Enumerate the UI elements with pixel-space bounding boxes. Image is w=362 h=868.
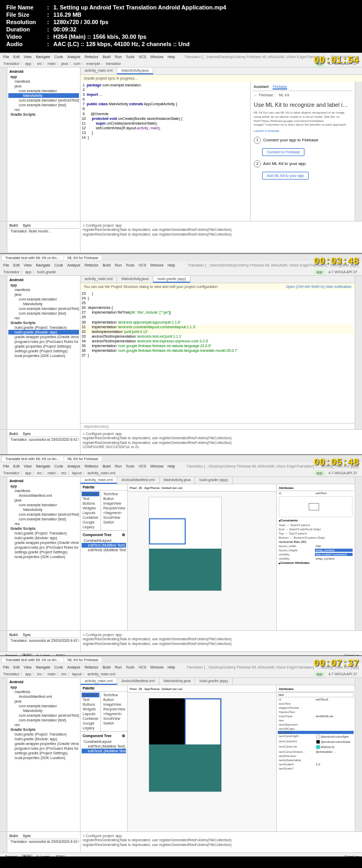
tab-mainactivity[interactable]: MainActivity.java bbox=[117, 68, 153, 74]
gradle-editor[interactable]: 23 ) 24 } 25 26 dependencies { 27 implem… bbox=[81, 290, 355, 423]
dropdown-selected[interactable]: wrap_content bbox=[315, 549, 353, 552]
firebase-desc: ML KitYou can use ML Kit to label object… bbox=[253, 110, 353, 128]
right-tool-rail[interactable] bbox=[355, 82, 362, 221]
menu-analyze[interactable]: Analyze bbox=[67, 55, 81, 59]
open-project-structure[interactable]: Open (Ctrl+Alt+Shift+S) bbox=[286, 285, 325, 288]
menu-vcs[interactable]: VCS bbox=[139, 55, 146, 59]
browser-tabs: Translate text with ML Kit on An… ML Kit… bbox=[0, 254, 362, 261]
build-status[interactable]: Translator: Build model… bbox=[8, 229, 79, 233]
menubar: File Edit View Navigate Code Analyze Ref… bbox=[0, 53, 362, 60]
tree-test2[interactable]: com.example.translator (test) bbox=[8, 103, 79, 107]
tree-gradle[interactable]: Gradle Scripts bbox=[8, 112, 79, 117]
step-1: Connect your app to Firebase bbox=[263, 138, 318, 142]
timestamp: 00:03:48 bbox=[314, 256, 359, 266]
screenshot-1: 00:01:54 File Edit View Navigate Code An… bbox=[0, 52, 362, 253]
connect-firebase-button[interactable]: Connect to Firebase bbox=[262, 148, 304, 156]
menu-tools[interactable]: Tools bbox=[126, 55, 134, 59]
tree-app[interactable]: app bbox=[8, 74, 79, 79]
hide-notification[interactable]: Hide notification bbox=[325, 285, 352, 288]
component-tree: Component Tree⚙ ConstraintLayout editTex… bbox=[81, 530, 127, 553]
menu-edit[interactable]: Edit bbox=[13, 55, 19, 59]
browser-tab[interactable]: Translate text with ML Kit on An… bbox=[2, 255, 63, 260]
tree-build-gradle-app[interactable]: build.gradle (Module: app) bbox=[8, 330, 79, 335]
toolbar: Translator 〉 app 〉 src 〉 main 〉 java 〉 c… bbox=[0, 60, 362, 68]
firebase-crumb[interactable]: ← Firebase 〉 ML Kit bbox=[253, 91, 353, 99]
gear-icon[interactable]: ⚙ bbox=[122, 533, 125, 537]
tab-assistant[interactable]: Assistant bbox=[254, 85, 268, 90]
menubar: FileEditViewNavigateCodeAnalyzeRefactorB… bbox=[0, 261, 362, 269]
breadcrumb[interactable]: Translator 〉 app 〉 src 〉 main 〉 java 〉 c… bbox=[3, 61, 121, 66]
sync-notice: Gradle project sync in progress… bbox=[81, 75, 362, 82]
tab-build-gradle[interactable]: build.gradle (app) bbox=[153, 276, 190, 283]
ct-edittext2[interactable]: editText2 (Multiline Text) bbox=[82, 749, 126, 753]
project-view[interactable]: Android bbox=[9, 70, 24, 73]
file-metadata: File Name:1. Setting up Android Text Tra… bbox=[0, 0, 362, 52]
tab-activity-xml[interactable]: activity_main.xml bbox=[81, 68, 117, 74]
firebase-title: Use ML Kit to recognize and label i… bbox=[253, 99, 353, 110]
menu-window[interactable]: Window bbox=[150, 55, 163, 59]
attr-search-input[interactable] bbox=[278, 692, 354, 697]
screenshot-4: 00:07:37 Translate text with ML Kit on A… bbox=[0, 655, 362, 856]
code-editor[interactable]: 1 package com.example.translator; 2 3 im… bbox=[81, 82, 250, 221]
add-mlkit-button[interactable]: Add ML Kit to your app bbox=[262, 172, 309, 180]
timestamp: 00:01:54 bbox=[314, 55, 359, 65]
tree-java[interactable]: java bbox=[8, 84, 79, 88]
screenshot-3: 00:05:48 Translate text with ML Kit on A… bbox=[0, 454, 362, 655]
menu-build[interactable]: Build bbox=[103, 55, 111, 59]
tree-res[interactable]: res bbox=[8, 107, 79, 112]
left-tool-rail[interactable] bbox=[0, 68, 7, 221]
tree-test1[interactable]: com.example.translator (androidTest) bbox=[8, 98, 79, 103]
gear-icon[interactable]: ⚙ bbox=[122, 734, 125, 738]
firebase-assistant: Assistant Firebase ← Firebase 〉 ML Kit U… bbox=[250, 82, 355, 221]
design-canvas[interactable]: Pixel 29 AppTheme Default (en-us) bbox=[128, 484, 276, 630]
palette-panel: Palette Common Text Buttons Widgets Layo… bbox=[81, 484, 128, 630]
build-panel: Build:Sync Translator: Build model… > Co… bbox=[0, 221, 362, 252]
launch-browser-link[interactable]: Launch in browser bbox=[253, 128, 353, 135]
attr-textcolor: textColor bbox=[279, 731, 316, 734]
project-sidebar: Android app manifests java com.example.t… bbox=[7, 68, 81, 221]
tree-mainactivity[interactable]: MainActivity bbox=[8, 93, 79, 98]
menu-code[interactable]: Code bbox=[54, 55, 63, 59]
step-2: Add ML Kit to your app bbox=[263, 161, 306, 166]
browser-tab[interactable]: ML Kit for Firebase bbox=[64, 255, 101, 260]
context-bar: dependencies() bbox=[81, 423, 355, 429]
tree-package[interactable]: com.example.translator bbox=[8, 88, 79, 93]
screenshot-2: 00:03:48 Translate text with ML Kit on A… bbox=[0, 253, 362, 454]
build-output[interactable]: > Configure project :app registerResGene… bbox=[81, 221, 362, 252]
menu-refactor[interactable]: Refactor bbox=[85, 55, 98, 59]
menu-run[interactable]: Run bbox=[115, 55, 122, 59]
menu-file[interactable]: File bbox=[3, 55, 9, 59]
editor-tabs: activity_main.xml MainActivity.java bbox=[81, 68, 362, 75]
tab-firebase[interactable]: Firebase bbox=[273, 85, 287, 90]
menu-help[interactable]: Help bbox=[167, 55, 175, 59]
attributes-panel: Attributes ideditText ▾ Constraints Star… bbox=[276, 484, 355, 630]
tree-manifests[interactable]: manifests bbox=[8, 79, 79, 84]
menu-view[interactable]: View bbox=[24, 55, 31, 59]
menu-navigate[interactable]: Navigate bbox=[36, 55, 50, 59]
ct-edittext[interactable]: editText (Multiline Text) bbox=[82, 543, 126, 548]
